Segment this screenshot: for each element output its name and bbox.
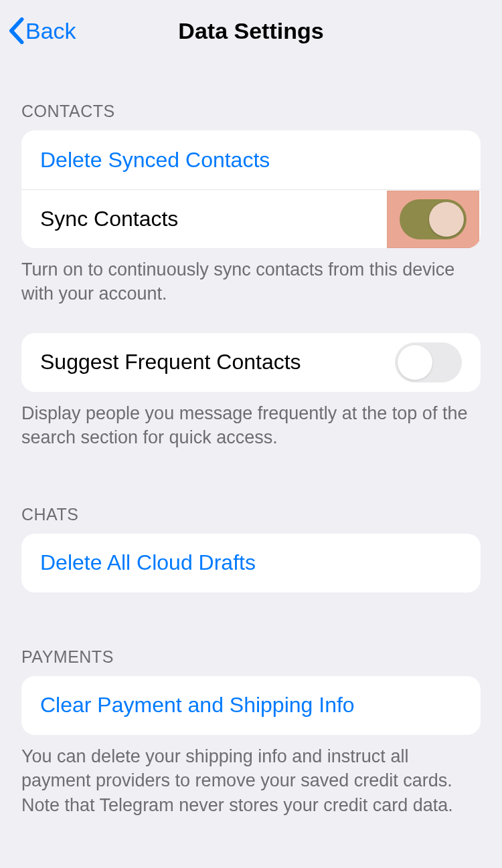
contacts-group: Delete Synced Contacts Sync Contacts [21, 130, 481, 248]
sync-contacts-label: Sync Contacts [40, 207, 178, 231]
clear-payment-info-cell[interactable]: Clear Payment and Shipping Info [21, 676, 481, 735]
sync-contacts-toggle[interactable] [400, 199, 467, 239]
suggest-group: Suggest Frequent Contacts [21, 333, 481, 392]
back-button[interactable]: Back [8, 0, 76, 62]
suggest-frequent-cell: Suggest Frequent Contacts [21, 333, 481, 392]
suggest-frequent-label: Suggest Frequent Contacts [40, 350, 301, 374]
delete-cloud-drafts-cell[interactable]: Delete All Cloud Drafts [21, 534, 481, 592]
sync-contacts-highlight [387, 191, 479, 248]
chats-group: Delete All Cloud Drafts [21, 534, 481, 592]
sync-contacts-footer: Turn on to continuously sync contacts fr… [0, 248, 502, 306]
page-title: Data Settings [178, 18, 323, 44]
toggle-knob [429, 202, 464, 237]
payments-footer: You can delete your shipping info and in… [0, 735, 502, 817]
chats-section-header: CHATS [0, 450, 502, 534]
suggest-frequent-footer: Display people you message frequently at… [0, 392, 502, 450]
chevron-left-icon [8, 17, 24, 44]
delete-synced-contacts-cell[interactable]: Delete Synced Contacts [21, 130, 481, 189]
sync-contacts-cell: Sync Contacts [21, 189, 481, 248]
back-label: Back [25, 18, 76, 44]
delete-cloud-drafts-label: Delete All Cloud Drafts [40, 550, 256, 575]
payments-section-header: PAYMENTS [0, 592, 502, 676]
contacts-section-header: CONTACTS [0, 62, 502, 130]
suggest-frequent-toggle[interactable] [395, 342, 462, 383]
clear-payment-info-label: Clear Payment and Shipping Info [40, 693, 355, 718]
navbar: Back Data Settings [0, 0, 502, 62]
payments-group: Clear Payment and Shipping Info [21, 676, 481, 735]
delete-synced-contacts-label: Delete Synced Contacts [40, 148, 270, 173]
toggle-knob [398, 345, 432, 380]
